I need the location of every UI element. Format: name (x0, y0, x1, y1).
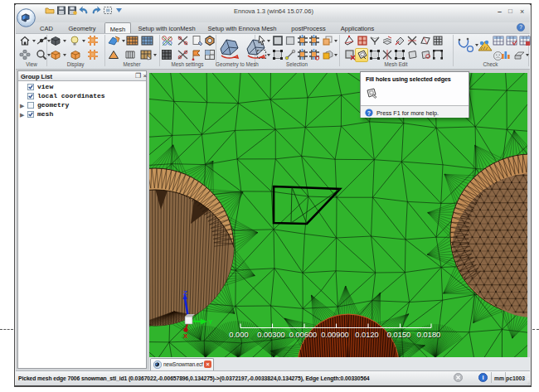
svg-text:0.00600: 0.00600 (289, 331, 318, 339)
svg-text:X: X (183, 332, 188, 340)
svg-text:i: i (482, 374, 483, 381)
svg-text:?: ? (519, 24, 522, 30)
svg-text:Y: Y (208, 318, 213, 326)
svg-text:0.0120: 0.0120 (355, 331, 378, 339)
svg-text:0.0180: 0.0180 (417, 331, 440, 339)
svg-text:?: ? (367, 110, 371, 116)
svg-text:Z: Z (183, 289, 187, 297)
svg-text:0.000: 0.000 (229, 331, 248, 339)
svg-text:0.00300: 0.00300 (257, 331, 285, 339)
svg-text:0.0150: 0.0150 (387, 331, 410, 339)
svg-text:0.00900: 0.00900 (321, 331, 349, 339)
